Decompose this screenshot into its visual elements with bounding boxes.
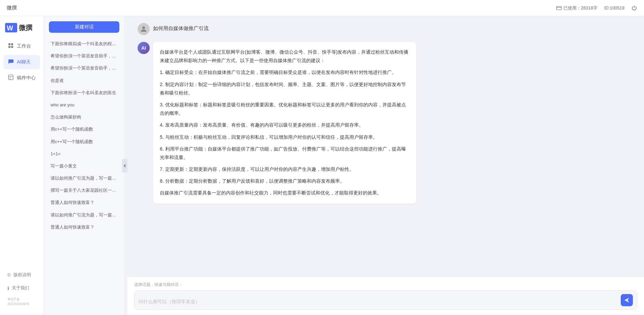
power-icon[interactable] bbox=[631, 5, 637, 11]
svg-point-11 bbox=[142, 26, 145, 29]
ai-paragraph: 1. 确定目标受众：在开始自媒体推广引流之前，需要明确目标受众是谁，以便在发布内… bbox=[160, 68, 409, 77]
ai-message: AI 自媒体平台是个人或团队通过互联网平台(如博客、微博、微信公众号、抖音、快手… bbox=[138, 42, 634, 204]
sidebar-item-about[interactable]: ℹ 关于我们 bbox=[3, 282, 40, 294]
about-icon: ℹ bbox=[7, 286, 9, 291]
sidebar-item-label-ai-chat: AI聊天 bbox=[17, 59, 31, 65]
svg-rect-5 bbox=[11, 43, 13, 45]
ai-paragraph: 4. 发布高质量内容：发布高质量、有价值、有趣的内容可以吸引更多的粉丝，并提高用… bbox=[160, 121, 409, 129]
ai-paragraph: 7. 定期更新：定期更新内容，保持活跃度，可以让用户对你的内容产生兴趣，增加用户… bbox=[160, 165, 409, 174]
history-item[interactable]: 请以如何推广引流为题，写一篇大纲 bbox=[47, 209, 121, 221]
new-chat-button[interactable]: 新建对话 bbox=[49, 21, 119, 33]
svg-text:W: W bbox=[7, 24, 13, 32]
history-item[interactable]: 普通人如何快速致富？ bbox=[47, 221, 121, 233]
ai-chat-icon bbox=[7, 58, 14, 66]
history-item[interactable]: 你是谁 bbox=[47, 75, 121, 87]
user-message-text: 如何用自媒体做推广引流 bbox=[153, 23, 209, 32]
ai-paragraph: 8. 分析数据：定期分析数据，了解用户反馈和喜好，以便调整推广策略和内容发布频率… bbox=[160, 177, 409, 185]
chat-area: 如何用自媒体做推广引流 AI 自媒体平台是个人或团队通过互联网平台(如博客、微博… bbox=[127, 16, 644, 315]
logo-icon: W bbox=[5, 23, 17, 32]
sidebar-item-label-about: 关于我们 bbox=[12, 285, 29, 291]
ai-paragraph: 2. 制定内容计划：制定一份详细的内容计划，包括发布时间、频率、主题、文案、图片… bbox=[160, 80, 409, 97]
main-layout: W 微撰 工作台 bbox=[0, 16, 644, 315]
ai-message-content: 自媒体平台是个人或团队通过互联网平台(如博客、微博、微信公众号、抖音、快手等)发… bbox=[153, 42, 416, 204]
history-item[interactable]: 怎么做狗屎炒肉 bbox=[47, 111, 121, 123]
ai-paragraph: 自媒体推广引流需要具备一定的内容创作和社交能力，同时也需要不断尝试和优化，才能取… bbox=[160, 189, 409, 197]
history-sidebar: 新建对话 下面你将模拟成一个叫圣友的程序员，我说...希望你扮演一个英语发音助手… bbox=[44, 16, 125, 315]
nav-items: 工作台 AI聊天 稿件中心 bbox=[0, 39, 43, 269]
nav-sidebar: W 微撰 工作台 bbox=[0, 16, 44, 315]
topbar-title: 微撰 bbox=[7, 5, 17, 11]
topbar-right: 已使用：28318字 ID:100519 bbox=[556, 5, 637, 11]
quick-prompts-label: 选择话题，快速与我对话： bbox=[134, 282, 637, 288]
chat-messages: 如何用自媒体做推广引流 AI 自媒体平台是个人或团队通过互联网平台(如博客、微博… bbox=[127, 16, 644, 277]
history-item[interactable]: 撰写一篇关于八大家花园社区一刻钟便民生... bbox=[47, 184, 121, 196]
svg-rect-6 bbox=[8, 46, 10, 48]
sidebar-item-label-workbench: 工作台 bbox=[17, 43, 31, 49]
user-message: 如何用自媒体做推广引流 bbox=[138, 23, 634, 35]
svg-rect-8 bbox=[8, 75, 13, 80]
history-list: 下面你将模拟成一个叫圣友的程序员，我说...希望你扮演一个英语发音助手，我提供给… bbox=[44, 36, 124, 315]
ai-paragraph: 自媒体平台是个人或团队通过互联网平台(如博客、微博、微信公众号、抖音、快手等)发… bbox=[160, 48, 409, 65]
svg-rect-0 bbox=[557, 6, 561, 10]
history-item[interactable]: 普通人如何快速致富？ bbox=[47, 196, 121, 209]
ai-paragraph: 5. 与粉丝互动：积极与粉丝互动，回复评论和私信，可以增加用户对你的认可和信任，… bbox=[160, 133, 409, 141]
sidebar-item-copyright[interactable]: © 版权说明 bbox=[3, 269, 40, 281]
workbench-icon bbox=[7, 43, 14, 50]
collapse-toggle[interactable] bbox=[122, 159, 127, 173]
usage-text: 已使用：28318字 bbox=[563, 5, 597, 11]
chat-input[interactable] bbox=[139, 298, 618, 306]
history-item[interactable]: 下面你将模拟成一个叫圣友的程序员，我说... bbox=[47, 38, 121, 50]
history-item[interactable]: 希望你扮演一个英语发音助手，我提供给你... bbox=[47, 50, 121, 62]
ai-avatar: AI bbox=[138, 42, 150, 54]
topbar: 微撰 已使用：28318字 ID:100519 bbox=[0, 0, 644, 16]
input-container bbox=[134, 290, 637, 310]
sidebar-item-workbench[interactable]: 工作台 bbox=[3, 39, 40, 53]
svg-rect-7 bbox=[11, 46, 13, 48]
user-avatar bbox=[138, 23, 150, 35]
id-text: ID:100519 bbox=[604, 5, 624, 10]
send-icon bbox=[624, 297, 630, 303]
sidebar-item-ai-chat[interactable]: AI聊天 bbox=[3, 55, 40, 69]
history-item[interactable]: 1+1= bbox=[47, 148, 121, 160]
history-item[interactable]: 用c++写一个随机函数 bbox=[47, 136, 121, 148]
chat-input-area: 选择话题，快速与我对话： bbox=[127, 277, 644, 315]
info-icon bbox=[556, 5, 562, 11]
sidebar-item-label-plugins: 稿件中心 bbox=[17, 75, 36, 81]
history-item[interactable]: 写一篇小黄文 bbox=[47, 160, 121, 172]
send-button[interactable] bbox=[621, 294, 633, 306]
history-item[interactable]: 请以如何推广引流为题，写一篇大纲 bbox=[47, 172, 121, 184]
svg-rect-4 bbox=[8, 43, 10, 45]
history-item[interactable]: 下面你将扮演一个名叫圣友的医生 bbox=[47, 87, 121, 99]
usage-info: 已使用：28318字 bbox=[556, 5, 597, 11]
logo-text: 微撰 bbox=[19, 23, 32, 32]
sidebar-item-plugins[interactable]: 稿件中心 bbox=[3, 71, 40, 85]
nav-bottom: © 版权说明 ℹ 关于我们 粤ICP备2022016948号 bbox=[0, 269, 43, 308]
history-item[interactable]: 用c++写一个随机函数 bbox=[47, 123, 121, 135]
history-header: 新建对话 bbox=[44, 16, 124, 36]
ai-paragraph: 3. 优化标题和标签：标题和标签是吸引粉丝的重要因素。优化标题和标签可以让更多的… bbox=[160, 101, 409, 117]
icp-text: 粤ICP备2022016948号 bbox=[3, 295, 40, 308]
copyright-icon: © bbox=[7, 272, 11, 278]
nav-logo: W 微撰 bbox=[0, 23, 43, 39]
history-item[interactable]: who are you bbox=[47, 99, 121, 111]
history-item[interactable]: 希望你扮演一个英语发音助手，我提供给你... bbox=[47, 62, 121, 74]
sidebar-item-label-copyright: 版权说明 bbox=[13, 272, 31, 278]
plugins-icon bbox=[7, 74, 14, 82]
ai-paragraph: 6. 利用平台推广功能：自媒体平台都提供了推广功能，如广告投放、付费推广等，可以… bbox=[160, 145, 409, 162]
